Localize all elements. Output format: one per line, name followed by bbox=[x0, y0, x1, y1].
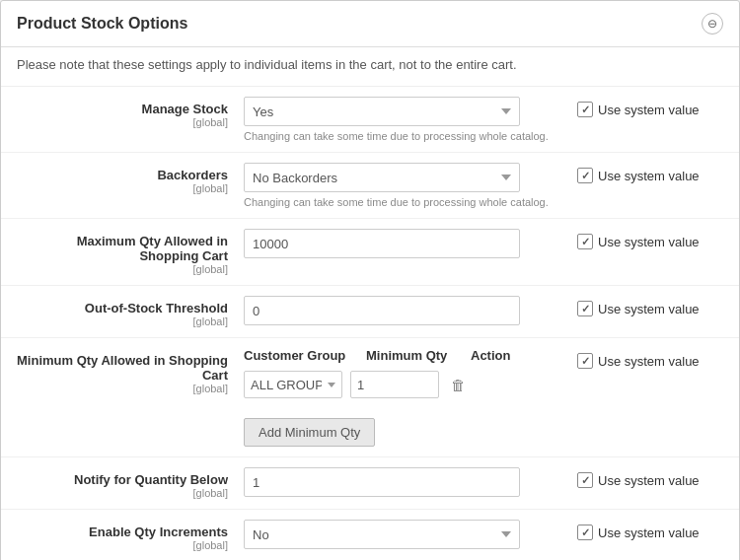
notify-qty-label-col: Notify for Quantity Below [global] bbox=[17, 467, 244, 499]
manage-stock-control-row: Yes bbox=[244, 97, 565, 126]
notify-qty-row: Notify for Quantity Below [global] Use s… bbox=[1, 457, 739, 510]
min-qty-container: Customer Group Minimum Qty Action ALL GR… bbox=[244, 348, 565, 447]
notify-qty-control bbox=[244, 467, 565, 497]
enable-qty-control-row: No bbox=[244, 520, 565, 549]
max-qty-use-system-label[interactable]: Use system value bbox=[577, 234, 700, 249]
notify-qty-use-system-col: Use system value bbox=[565, 467, 723, 488]
manage-stock-sublabel: [global] bbox=[17, 116, 228, 128]
customer-group-header: Customer Group bbox=[244, 348, 350, 363]
max-qty-label-col: Maximum Qty Allowed in Shopping Cart [gl… bbox=[17, 229, 244, 275]
action-header: Action bbox=[471, 348, 510, 363]
backorders-use-system-label[interactable]: Use system value bbox=[577, 168, 700, 183]
enable-qty-label: Enable Qty Increments bbox=[89, 525, 228, 539]
out-of-stock-use-system-col: Use system value bbox=[565, 296, 723, 316]
manage-stock-hint: Changing can take some time due to proce… bbox=[244, 130, 565, 142]
min-qty-label: Minimum Qty Allowed in Shopping Cart bbox=[17, 353, 228, 383]
manage-stock-use-system-col: Use system value bbox=[565, 97, 723, 117]
delete-row-icon[interactable]: 🗑 bbox=[447, 375, 470, 395]
backorders-use-system-col: Use system value bbox=[565, 163, 723, 183]
out-of-stock-row: Out-of-Stock Threshold [global] Use syst… bbox=[1, 286, 739, 338]
enable-qty-increments-row: Enable Qty Increments [global] No Use sy… bbox=[1, 510, 739, 560]
notify-qty-label: Notify for Quantity Below bbox=[74, 472, 228, 487]
backorders-control-row: No Backorders bbox=[244, 163, 565, 192]
max-qty-checkbox[interactable] bbox=[577, 234, 593, 249]
add-min-qty-container: Add Minimum Qty bbox=[244, 408, 565, 447]
minimum-qty-input[interactable] bbox=[350, 371, 439, 398]
manage-stock-checkbox[interactable] bbox=[577, 102, 593, 117]
backorders-label-col: Backorders [global] bbox=[17, 163, 244, 194]
out-of-stock-control-row bbox=[244, 296, 565, 325]
enable-qty-control: No bbox=[244, 520, 565, 549]
enable-qty-label-col: Enable Qty Increments [global] bbox=[17, 520, 244, 551]
add-minimum-qty-button[interactable]: Add Minimum Qty bbox=[244, 418, 375, 447]
max-qty-use-system-col: Use system value bbox=[565, 229, 723, 249]
form-section: Manage Stock [global] Yes Changing can t… bbox=[1, 87, 739, 560]
out-of-stock-input[interactable] bbox=[244, 296, 520, 325]
manage-stock-select[interactable]: Yes bbox=[244, 97, 520, 126]
out-of-stock-control bbox=[244, 296, 565, 325]
min-qty-checkbox[interactable] bbox=[577, 353, 593, 369]
out-of-stock-label-col: Out-of-Stock Threshold [global] bbox=[17, 296, 244, 327]
manage-stock-row: Manage Stock [global] Yes Changing can t… bbox=[1, 87, 739, 153]
customer-group-select[interactable]: ALL GROUPS bbox=[244, 371, 342, 398]
enable-qty-checkbox[interactable] bbox=[577, 525, 593, 540]
manage-stock-label-col: Manage Stock [global] bbox=[17, 97, 244, 128]
notify-qty-sublabel: [global] bbox=[17, 487, 228, 499]
min-qty-data-row: ALL GROUPS 🗑 bbox=[244, 371, 565, 398]
notify-qty-checkbox[interactable] bbox=[577, 472, 593, 488]
panel-header: Product Stock Options ⊖ bbox=[1, 1, 739, 47]
out-of-stock-checkbox[interactable] bbox=[577, 301, 593, 316]
enable-qty-select[interactable]: No bbox=[244, 520, 520, 549]
enable-qty-use-system-label[interactable]: Use system value bbox=[577, 525, 700, 540]
max-qty-input[interactable] bbox=[244, 229, 520, 258]
notify-qty-input[interactable] bbox=[244, 467, 520, 497]
out-of-stock-sublabel: [global] bbox=[17, 315, 228, 327]
minimum-qty-header: Minimum Qty bbox=[366, 348, 455, 363]
max-qty-control-row bbox=[244, 229, 565, 258]
manage-stock-control: Yes Changing can take some time due to p… bbox=[244, 97, 565, 142]
backorders-checkbox[interactable] bbox=[577, 168, 593, 183]
max-qty-control bbox=[244, 229, 565, 258]
backorders-select[interactable]: No Backorders bbox=[244, 163, 520, 192]
min-qty-use-system-col: Use system value bbox=[565, 348, 723, 369]
max-qty-sublabel: [global] bbox=[17, 263, 228, 275]
panel-title: Product Stock Options bbox=[17, 15, 187, 33]
manage-stock-label: Manage Stock bbox=[142, 102, 228, 116]
min-qty-label-col: Minimum Qty Allowed in Shopping Cart [gl… bbox=[17, 348, 244, 394]
min-qty-sublabel: [global] bbox=[17, 383, 228, 394]
backorders-control: No Backorders Changing can take some tim… bbox=[244, 163, 565, 208]
enable-qty-sublabel: [global] bbox=[17, 539, 228, 551]
backorders-label: Backorders bbox=[157, 168, 228, 182]
max-qty-row: Maximum Qty Allowed in Shopping Cart [gl… bbox=[1, 219, 739, 286]
min-qty-control: Customer Group Minimum Qty Action ALL GR… bbox=[244, 348, 565, 447]
max-qty-label: Maximum Qty Allowed in Shopping Cart bbox=[77, 234, 228, 263]
out-of-stock-use-system-label[interactable]: Use system value bbox=[577, 301, 700, 316]
product-stock-options-panel: Product Stock Options ⊖ Please note that… bbox=[0, 0, 740, 560]
backorders-hint: Changing can take some time due to proce… bbox=[244, 196, 565, 208]
backorders-row: Backorders [global] No Backorders Changi… bbox=[1, 153, 739, 219]
min-qty-table-header: Customer Group Minimum Qty Action bbox=[244, 348, 565, 363]
enable-qty-use-system-col: Use system value bbox=[565, 520, 723, 540]
collapse-button[interactable]: ⊖ bbox=[702, 13, 723, 35]
manage-stock-use-system-label[interactable]: Use system value bbox=[577, 102, 700, 117]
notify-qty-use-system-label[interactable]: Use system value bbox=[577, 472, 700, 488]
notify-qty-control-row bbox=[244, 467, 565, 497]
min-qty-use-system-label[interactable]: Use system value bbox=[577, 353, 700, 369]
min-qty-row: Minimum Qty Allowed in Shopping Cart [gl… bbox=[1, 338, 739, 457]
panel-notice: Please note that these settings apply to… bbox=[1, 47, 739, 87]
backorders-sublabel: [global] bbox=[17, 182, 228, 194]
out-of-stock-label: Out-of-Stock Threshold bbox=[85, 301, 228, 315]
